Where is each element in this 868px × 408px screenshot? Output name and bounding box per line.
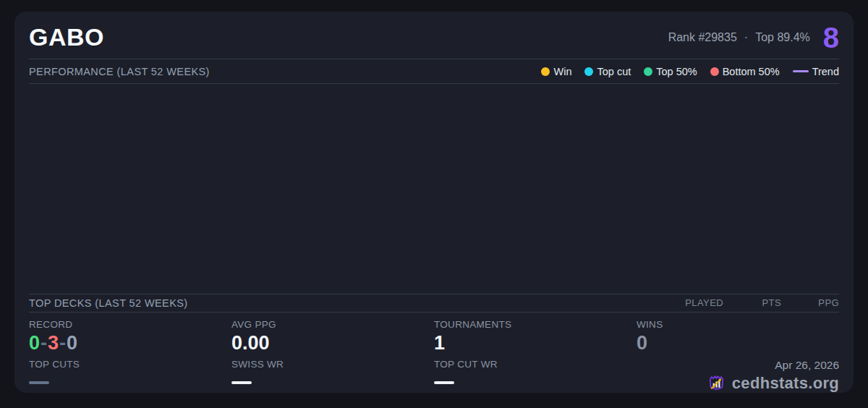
rank-text: Rank #29835 · Top 89.4% bbox=[668, 31, 810, 44]
bottom50-dot-icon bbox=[710, 67, 719, 76]
dot-separator: · bbox=[744, 31, 748, 44]
tournaments-value: 1 bbox=[434, 333, 637, 353]
top-decks-columns: PLAYED PTS PPG bbox=[665, 297, 839, 308]
stats-row-2: TOP CUTS SWISS WR TOP CUT WR Apr 26, 202… bbox=[29, 359, 839, 393]
wins-value: 0 bbox=[637, 333, 839, 353]
stat-label: WINS bbox=[637, 319, 839, 330]
top50-dot-icon bbox=[644, 67, 652, 76]
stat-label: SWISS WR bbox=[231, 359, 434, 370]
legend-item-bottom50: Bottom 50% bbox=[710, 66, 780, 77]
top-decks-title: TOP DECKS (LAST 52 WEEKS) bbox=[29, 297, 188, 309]
stat-tournaments: TOURNAMENTS 1 bbox=[434, 319, 637, 353]
empty-value-dash bbox=[434, 381, 454, 384]
stats-section: RECORD 0-3-0 AVG PPG 0.00 TOURNAMENTS 1 … bbox=[29, 313, 839, 393]
chart-legend: Win Top cut Top 50% Bottom 50% Trend bbox=[541, 66, 839, 77]
score-badge: 8 bbox=[823, 23, 839, 52]
legend-label: Win bbox=[553, 66, 571, 77]
record-value: 0-3-0 bbox=[29, 333, 231, 353]
record-losses: 3 bbox=[48, 332, 59, 354]
record-draws: 0 bbox=[67, 332, 78, 354]
stats-row-1: RECORD 0-3-0 AVG PPG 0.00 TOURNAMENTS 1 … bbox=[29, 319, 839, 353]
stat-avg-ppg: AVG PPG 0.00 bbox=[231, 319, 434, 353]
stat-top-cuts: TOP CUTS bbox=[29, 359, 231, 393]
column-pts: PTS bbox=[723, 297, 781, 308]
empty-value-dash bbox=[231, 381, 252, 384]
legend-item-top-cut: Top cut bbox=[584, 66, 631, 77]
legend-label: Trend bbox=[812, 66, 839, 77]
stat-label: TOURNAMENTS bbox=[434, 319, 637, 330]
top-percent: Top 89.4% bbox=[755, 31, 810, 44]
footer: Apr 26, 2026 cedhstats.org bbox=[637, 359, 839, 393]
brand-name[interactable]: cedhstats.org bbox=[732, 374, 839, 393]
report-date: Apr 26, 2026 bbox=[775, 359, 839, 372]
cedhstats-logo-icon bbox=[707, 373, 726, 393]
record-sep: - bbox=[59, 332, 67, 354]
page-title: GABO bbox=[29, 19, 104, 51]
stat-label: RECORD bbox=[29, 319, 231, 330]
legend-label: Top 50% bbox=[656, 66, 697, 77]
legend-item-win: Win bbox=[541, 66, 571, 77]
player-stats-card: GABO Rank #29835 · Top 89.4% 8 PERFORMAN… bbox=[14, 12, 854, 393]
stat-wins: WINS 0 bbox=[637, 319, 839, 353]
top-decks-header: TOP DECKS (LAST 52 WEEKS) PLAYED PTS PPG bbox=[29, 294, 839, 313]
column-ppg: PPG bbox=[781, 297, 839, 308]
stat-record: RECORD 0-3-0 bbox=[29, 319, 231, 353]
stat-label: TOP CUT WR bbox=[434, 359, 637, 370]
rank-number: Rank #29835 bbox=[668, 31, 737, 44]
legend-item-trend: Trend bbox=[793, 66, 839, 77]
column-played: PLAYED bbox=[665, 297, 723, 308]
win-dot-icon bbox=[541, 67, 550, 76]
top-cut-dot-icon bbox=[584, 67, 593, 76]
brand[interactable]: cedhstats.org bbox=[707, 373, 839, 393]
legend-item-top50: Top 50% bbox=[644, 66, 697, 77]
performance-title: PERFORMANCE (LAST 52 WEEKS) bbox=[29, 66, 210, 77]
rank-summary: Rank #29835 · Top 89.4% 8 bbox=[668, 19, 839, 52]
stat-label: TOP CUTS bbox=[29, 359, 231, 370]
legend-label: Bottom 50% bbox=[723, 66, 780, 77]
performance-chart-area bbox=[29, 84, 839, 294]
record-sep: - bbox=[41, 332, 48, 354]
stat-swiss-wr: SWISS WR bbox=[231, 359, 434, 393]
trend-line-icon bbox=[793, 70, 809, 72]
empty-value-dash bbox=[29, 381, 49, 384]
performance-header: PERFORMANCE (LAST 52 WEEKS) Win Top cut … bbox=[29, 59, 839, 84]
avg-ppg-value: 0.00 bbox=[231, 333, 434, 353]
stat-top-cut-wr: TOP CUT WR bbox=[434, 359, 637, 393]
record-wins: 0 bbox=[29, 332, 41, 354]
card-header: GABO Rank #29835 · Top 89.4% 8 bbox=[29, 12, 839, 59]
stat-label: AVG PPG bbox=[231, 319, 434, 330]
legend-label: Top cut bbox=[597, 66, 631, 77]
